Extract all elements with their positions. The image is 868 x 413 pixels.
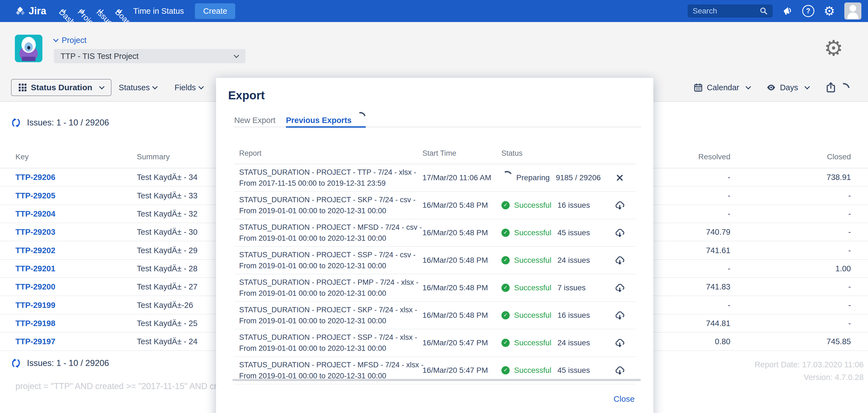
issue-summary: Test KaydÄ± - 34 xyxy=(137,173,197,182)
nav-item[interactable]: Projects xyxy=(80,7,85,13)
issue-resolved-value: 740.79 xyxy=(706,227,731,236)
project-scope-label: Project xyxy=(62,36,86,45)
issue-key-link[interactable]: TTP-29202 xyxy=(16,246,55,255)
statuses-label: Statuses xyxy=(119,83,150,92)
cancel-icon[interactable] xyxy=(616,173,624,182)
modal-tab[interactable]: Previous Exports xyxy=(286,110,366,128)
project-select[interactable]: TTP - TIS Test Project xyxy=(54,49,246,63)
export-status: Successful 16 issues xyxy=(501,311,590,320)
export-status-label: Successful xyxy=(514,339,551,347)
export-row-action[interactable] xyxy=(610,227,630,238)
export-report-name: STATUS_DURATION - PROJECT - MFSD - 7/24 … xyxy=(239,222,422,244)
project-scope-link[interactable]: Project xyxy=(54,36,86,45)
settings-gear-icon[interactable]: ⚙ xyxy=(824,37,843,59)
download-icon[interactable] xyxy=(614,365,625,376)
issue-key-link[interactable]: TTP-29199 xyxy=(16,300,55,310)
exports-table-header: Report Start Time Status xyxy=(234,127,636,164)
export-report-line2: From 2019-01-01 00:00 to 2020-12-31 00:0… xyxy=(239,205,415,216)
export-report-line2: From 2017-11-15 00:00 to 2019-12-31 23:5… xyxy=(239,178,416,189)
nav-item[interactable]: Issues xyxy=(98,7,104,13)
issue-key-link[interactable]: TTP-29197 xyxy=(16,337,55,346)
loading-spinner-icon xyxy=(353,110,368,124)
horizontal-scrollbar[interactable] xyxy=(232,379,641,381)
export-start-time: 16/Mar/20 5:48 PM xyxy=(423,228,488,237)
download-icon[interactable] xyxy=(614,310,625,321)
export-row-action[interactable] xyxy=(610,255,630,266)
close-modal-link[interactable]: Close xyxy=(614,394,634,404)
col-resolved: Resolved xyxy=(698,153,731,161)
issue-key-link[interactable]: TTP-29201 xyxy=(16,264,55,273)
brand-label: Jira xyxy=(29,5,46,17)
success-check-icon xyxy=(501,311,510,319)
calendar-dropdown[interactable]: Calendar xyxy=(693,83,750,92)
success-check-icon xyxy=(501,256,510,264)
issue-resolved-value: 741.61 xyxy=(706,246,731,255)
statuses-dropdown[interactable]: Statuses xyxy=(119,83,157,92)
export-status-detail: 16 issues xyxy=(557,311,590,320)
issue-summary: Test KaydÄ±-26 xyxy=(137,300,193,310)
export-start-time: 16/Mar/20 5:48 PM xyxy=(423,283,488,292)
jira-logo-icon xyxy=(15,5,26,17)
export-status-detail: 45 issues xyxy=(557,228,590,237)
fields-dropdown[interactable]: Fields xyxy=(175,83,203,92)
export-status-detail: 9185 / 29206 xyxy=(556,173,601,182)
create-button[interactable]: Create xyxy=(195,3,235,19)
nav-item[interactable]: Boards xyxy=(117,7,122,13)
screen: Jira Dashboards Projects Issues xyxy=(0,0,868,413)
issue-key-link[interactable]: TTP-29203 xyxy=(16,227,55,236)
export-row-action[interactable] xyxy=(610,282,630,293)
export-row-action[interactable] xyxy=(610,337,630,348)
gear-icon[interactable]: ⚙ xyxy=(824,5,835,17)
jira-logo[interactable]: Jira xyxy=(15,5,46,17)
export-status-label: Successful xyxy=(514,311,551,320)
export-row-action[interactable] xyxy=(610,365,630,376)
export-start-time: 16/Mar/20 5:47 PM xyxy=(423,339,488,347)
download-icon[interactable] xyxy=(614,255,625,266)
download-icon[interactable] xyxy=(614,337,625,348)
issue-key-link[interactable]: TTP-29198 xyxy=(16,319,55,328)
export-report-line1: STATUS_DURATION - PROJECT - SKP - 7/24 -… xyxy=(239,194,415,205)
export-row-action[interactable] xyxy=(610,200,630,211)
report-type-button[interactable]: Status Duration xyxy=(11,79,112,96)
issue-key-link[interactable]: TTP-29200 xyxy=(16,282,55,291)
export-row: STATUS_DURATION - PROJECT - TTP - 7/24 -… xyxy=(234,164,636,192)
issue-closed-value: 1.00 xyxy=(836,264,851,273)
export-report-line2: From 2019-01-01 00:00 to 2020-12-31 00:0… xyxy=(239,343,417,354)
calendar-icon xyxy=(693,83,703,92)
export-status-label: Successful xyxy=(514,256,551,265)
issue-resolved-value: 0.80 xyxy=(715,337,731,346)
refresh-icon[interactable] xyxy=(11,118,21,128)
help-icon[interactable] xyxy=(802,5,814,17)
download-icon[interactable] xyxy=(614,227,625,238)
issue-key-link[interactable]: TTP-29204 xyxy=(16,209,55,218)
issue-key-link[interactable]: TTP-29205 xyxy=(16,191,55,200)
refresh-icon[interactable] xyxy=(11,358,21,368)
export-row-action[interactable] xyxy=(610,173,630,182)
export-start-time: 16/Mar/20 5:47 PM xyxy=(423,366,488,375)
issue-summary: Test KaydÄ± - 30 xyxy=(137,227,197,236)
modal-tab-label: New Export xyxy=(234,116,276,125)
modal-tab[interactable]: New Export xyxy=(234,110,276,128)
export-status-label: Successful xyxy=(514,228,551,237)
export-button[interactable] xyxy=(825,82,852,93)
toolbar-right: Calendar Days xyxy=(693,79,852,96)
export-report-line1: STATUS_DURATION - PROJECT - SSP - 7/24 -… xyxy=(239,249,415,260)
nav-item[interactable]: Dashboards xyxy=(61,7,66,13)
download-icon[interactable] xyxy=(614,282,625,293)
issue-summary: Test KaydÄ± - 28 xyxy=(137,264,197,273)
issue-key-link[interactable]: TTP-29206 xyxy=(16,173,55,182)
announcement-icon[interactable] xyxy=(782,5,793,17)
export-row-action[interactable] xyxy=(610,310,630,321)
download-icon[interactable] xyxy=(614,200,625,211)
days-dropdown[interactable]: Days xyxy=(766,83,809,92)
success-check-icon xyxy=(501,201,510,210)
nav-item[interactable]: Time in Status xyxy=(133,7,184,16)
project-avatar[interactable] xyxy=(15,35,42,62)
issue-closed-value: 738.91 xyxy=(827,173,851,182)
search-box[interactable] xyxy=(688,5,773,17)
search-input[interactable] xyxy=(692,6,759,16)
issue-summary: Test KaydÄ± - 33 xyxy=(137,191,197,200)
modal-tab-label: Previous Exports xyxy=(286,116,352,125)
success-check-icon xyxy=(501,366,510,375)
user-avatar[interactable] xyxy=(844,2,861,20)
